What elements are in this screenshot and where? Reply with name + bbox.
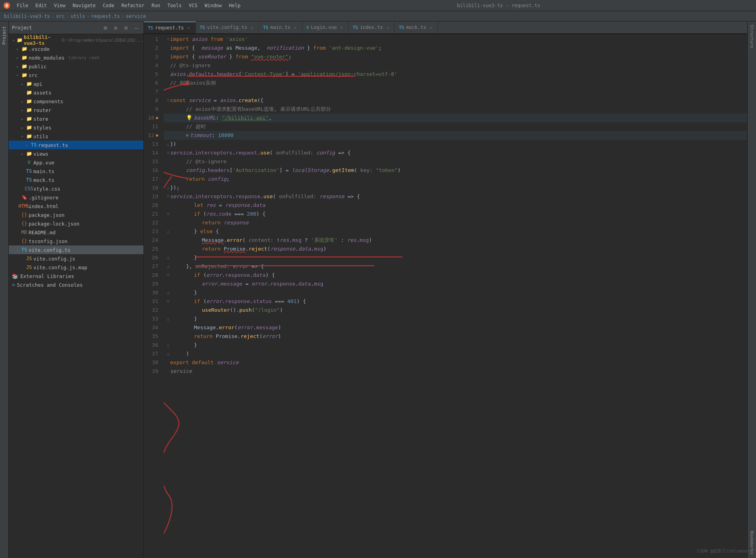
tree-item-src[interactable]: ▾ 📁 src <box>9 71 143 79</box>
tree-item-assets[interactable]: 📁 assets <box>9 88 143 97</box>
tab-main-ts[interactable]: TS main.ts ✕ <box>259 21 302 33</box>
breadcrumb-utils[interactable]: utils <box>71 14 85 19</box>
tree-item-utils[interactable]: ▾ 📁 utils <box>9 132 143 141</box>
tree-item-vscode[interactable]: ▸ 📁 .vscode <box>9 44 143 53</box>
menu-file[interactable]: File <box>14 2 31 9</box>
left-side-tabs: Project <box>0 21 9 558</box>
code-line-28: ▽ if (error.response.data) { <box>164 271 747 280</box>
tab-mock-ts[interactable]: TS mock.ts ✕ <box>395 21 438 33</box>
tree-item-mock-ts[interactable]: TS mock.ts <box>9 176 143 184</box>
menu-tools[interactable]: Tools <box>164 2 185 9</box>
tree-item-styles[interactable]: ▸ 📁 styles <box>9 123 143 132</box>
code-line-14: ▽ service.interceptors.request.use( onFu… <box>164 149 747 157</box>
breadcrumb-src[interactable]: src <box>56 14 65 19</box>
scratches-and-consoles[interactable]: ⌨ Scratches and Consoles <box>9 280 143 289</box>
code-line-31: ▽ if (error.response.status === 401) { <box>164 297 747 306</box>
tab-close-main-ts[interactable]: ✕ <box>293 25 298 30</box>
menu-help[interactable]: Help <box>226 2 244 9</box>
menu-window[interactable]: Window <box>202 2 225 9</box>
tab-bar: TS request.ts ✕ TS vite.config.ts ✕ TS m… <box>144 21 747 34</box>
ln-3: 3 <box>144 52 161 61</box>
ln-33: 33 <box>144 315 161 323</box>
tab-close-login-vue[interactable]: ✕ <box>339 25 344 30</box>
tree-item-vite-config[interactable]: ▾ TS vite.config.ts <box>9 245 143 254</box>
code-line-2: import { message as Message, notificatio… <box>164 44 747 52</box>
code-line-33: △ } <box>164 315 747 323</box>
tree-item-main-ts[interactable]: TS main.ts <box>9 167 143 176</box>
code-line-17: return config; <box>164 175 747 183</box>
tab-close-request-ts[interactable]: ✕ <box>186 25 192 31</box>
ln-23: 23 <box>144 227 161 236</box>
tree-item-package-json[interactable]: {} package.json <box>9 210 143 219</box>
ln-37: 37 <box>144 349 161 358</box>
tree-item-gitignore[interactable]: 🔖 .gitignore <box>9 193 143 202</box>
tab-request-ts[interactable]: TS request.ts ✕ <box>144 21 196 33</box>
tree-item-style-css[interactable]: CSS style.css <box>9 184 143 193</box>
tree-item-node-modules[interactable]: ▸ 📁 node_modules library root <box>9 53 143 62</box>
code-editor[interactable]: 1 2 3 4 5 6 7 8 9 10 ● 11 12 ● 13 14 15 … <box>144 34 747 558</box>
tree-item-index-html[interactable]: HTML index.html <box>9 202 143 210</box>
tree-item-app-vue[interactable]: V App.vue <box>9 158 143 167</box>
external-libraries[interactable]: 📚 External Libraries <box>9 272 143 280</box>
panel-btn-settings[interactable]: ⚙ <box>122 24 130 32</box>
tab-vite-config[interactable]: TS vite.config.ts ✕ <box>196 21 259 33</box>
code-line-8: ▽ const service = axios.create({ <box>164 96 747 105</box>
tree-item-router[interactable]: ▸ 📁 router <box>9 106 143 114</box>
menu-view[interactable]: View <box>51 2 69 9</box>
code-line-5: axios.defaults.headers['Content-Type'] =… <box>164 70 747 79</box>
panel-title: Project <box>12 25 99 31</box>
code-line-9: // axios中请求配置有baseURL选项, 表示请求URL公共部分 <box>164 105 747 114</box>
breadcrumb-file[interactable]: request.ts <box>91 14 120 19</box>
ln-35: 35 <box>144 332 161 341</box>
ln-31: 31 <box>144 297 161 306</box>
menu-vcs[interactable]: VCS <box>186 2 201 9</box>
ln-27: 27 <box>144 262 161 271</box>
breadcrumb-symbol[interactable]: service <box>126 14 146 19</box>
ln-24: 24 <box>144 236 161 245</box>
tree-item-request-ts[interactable]: ▸ TS request.ts <box>9 141 143 149</box>
tree-item-public[interactable]: ▸ 📁 public <box>9 62 143 71</box>
tab-close-index-ts[interactable]: ✕ <box>385 25 390 30</box>
tree-item-tsconfig[interactable]: {} tsconfig.json <box>9 237 143 245</box>
tab-close-vite-config[interactable]: ✕ <box>249 25 255 30</box>
tree-item-vite-config-js-map[interactable]: JS vite.config.js.map <box>9 263 143 272</box>
ln-19: 19 <box>144 192 161 201</box>
side-tab-project[interactable]: Project <box>0 23 8 48</box>
ln-16: 16 <box>144 166 161 175</box>
code-content[interactable]: ▽ import axios from 'axios' import { mes… <box>164 34 747 558</box>
tab-close-mock-ts[interactable]: ✕ <box>428 25 434 30</box>
ln-10: 10 ● <box>144 114 161 122</box>
ln-7: 7 <box>144 87 161 96</box>
tree-item-views[interactable]: ▸ 📁 views <box>9 149 143 158</box>
tab-login-vue[interactable]: V Login.vue ✕ <box>302 21 349 33</box>
tree-item-store[interactable]: ▸ 📁 store <box>9 114 143 123</box>
ln-39: 39 <box>144 367 161 376</box>
ln-6: 6 <box>144 79 161 87</box>
code-line-10: 💡baseURL: "/bilibili-api", <box>164 114 747 122</box>
ln-28: 28 <box>144 271 161 280</box>
tree-item-vite-config-js[interactable]: JS vite.config.js <box>9 254 143 263</box>
code-line-27: △ }, onRejected: error => { <box>164 262 747 271</box>
tree-item-readme[interactable]: MD README.md <box>9 228 143 237</box>
menu-run[interactable]: Run <box>148 2 163 9</box>
menu-refactor[interactable]: Refactor <box>118 2 147 9</box>
tree-item-package-lock[interactable]: {} package-lock.json <box>9 219 143 228</box>
menu-code[interactable]: Code <box>100 2 118 9</box>
tree-item-api[interactable]: ▸ 📁 api <box>9 79 143 88</box>
code-line-25: return Promise.reject(response.data.msg) <box>164 245 747 253</box>
right-tab-structure[interactable]: Structure <box>748 21 756 52</box>
panel-btn-layout[interactable]: ⊞ <box>101 24 109 32</box>
code-line-15: // @ts-ignore <box>164 157 747 166</box>
tree-item-components[interactable]: ▸ 📁 components <box>9 97 143 106</box>
panel-btn-close[interactable]: — <box>132 24 140 32</box>
line-numbers: 1 2 3 4 5 6 7 8 9 10 ● 11 12 ● 13 14 15 … <box>144 34 164 558</box>
tab-index-ts[interactable]: TS index.ts ✕ <box>349 21 395 33</box>
panel-btn-collapse[interactable]: ≡ <box>112 24 120 32</box>
menu-navigate[interactable]: Navigate <box>70 2 99 9</box>
tree-item-root[interactable]: ▾ 📁 bilibili-vue3-ts D:\ProgramWorkSpace… <box>9 36 143 44</box>
code-line-30: △ } <box>164 288 747 297</box>
right-side-tabs: Structure Bookmarks <box>747 21 756 558</box>
menu-edit[interactable]: Edit <box>32 2 50 9</box>
ln-13: 13 <box>144 140 161 149</box>
breadcrumb-project[interactable]: bilibili-vue3-ts <box>4 14 50 19</box>
